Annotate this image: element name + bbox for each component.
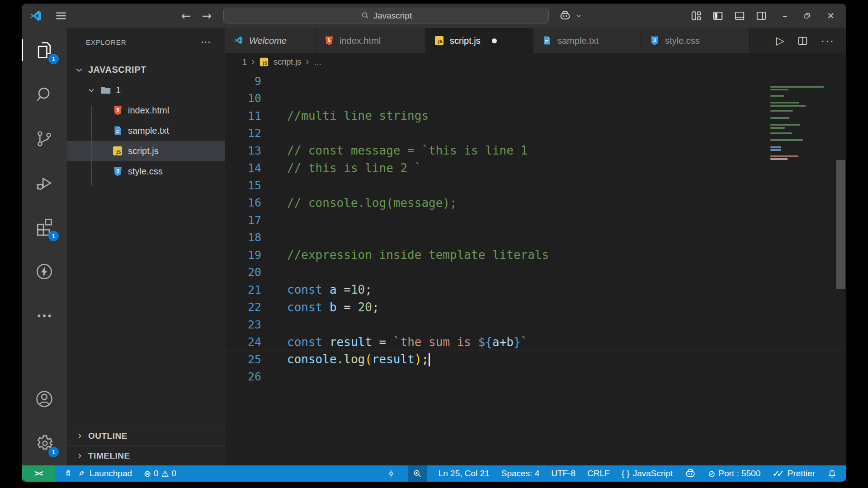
split-editor-icon[interactable]	[797, 35, 808, 47]
command-search-input[interactable]: Javascript	[223, 8, 549, 23]
breadcrumb[interactable]: 1 › JS script.js › …	[225, 53, 846, 70]
extensions-badge: 1	[48, 231, 59, 241]
line-number: 19	[225, 249, 261, 262]
copilot-status-item[interactable]	[684, 468, 696, 479]
code-line-23[interactable]: 23	[225, 316, 846, 333]
screencast-item[interactable]	[386, 469, 396, 479]
code-line-19[interactable]: 19//expression inside template literals	[225, 246, 846, 264]
launchpad-item[interactable]: Launchpad	[63, 469, 132, 479]
code-line-9[interactable]: 9	[225, 72, 846, 90]
warning-count: 0	[172, 469, 177, 479]
tab-script-js[interactable]: JS script.js	[426, 28, 533, 53]
code-line-25[interactable]: 25console.log(result);	[225, 351, 846, 368]
timeline-section[interactable]: TIMELINE	[67, 446, 225, 465]
line-number: 13	[225, 144, 261, 157]
outline-section[interactable]: OUTLINE	[67, 426, 225, 446]
toggle-sidebar-icon[interactable]	[712, 10, 724, 22]
css-file-icon: 3	[112, 166, 124, 178]
code-line-13[interactable]: 13// const message = `this is line 1	[225, 142, 846, 160]
formatter-item[interactable]: ✓✓ Prettier	[772, 468, 815, 479]
file-row-index-html[interactable]: 5 index.html	[67, 100, 225, 121]
search-view-icon[interactable]	[22, 72, 67, 117]
chevron-right-icon	[75, 432, 84, 441]
code-line-15[interactable]: 15	[225, 177, 846, 194]
notifications-item[interactable]	[827, 469, 837, 479]
line-number: 11	[225, 109, 261, 122]
code-line-12[interactable]: 12	[225, 125, 846, 142]
code-line-16[interactable]: 16// console.log(message);	[225, 194, 846, 212]
status-bar: >< Launchpad ⊗ 0 ⚠ 0 Ln 25, Col 21	[22, 465, 846, 482]
code-line-17[interactable]: 17	[225, 211, 846, 229]
tab-welcome[interactable]: Welcome	[225, 28, 316, 53]
code-line-20[interactable]: 20	[225, 264, 846, 282]
modified-dot-icon[interactable]	[492, 38, 497, 43]
double-check-icon: ✓✓	[772, 468, 784, 479]
editor-scrollbar[interactable]	[835, 70, 846, 465]
text-file-icon	[112, 125, 124, 137]
minimap[interactable]	[770, 86, 826, 161]
more-views-icon[interactable]	[22, 294, 67, 338]
chevron-right-icon	[75, 451, 84, 460]
forward-button[interactable]: →	[202, 9, 212, 23]
file-row-sample-txt[interactable]: sample.txt	[67, 121, 225, 141]
scrollbar-thumb[interactable]	[836, 160, 845, 289]
toggle-panel-icon[interactable]	[734, 10, 745, 22]
code-line-18[interactable]: 18	[225, 229, 846, 247]
code-line-22[interactable]: 22const b = 20;	[225, 299, 846, 316]
copilot-icon	[684, 468, 696, 479]
code-line-10[interactable]: 10	[225, 90, 846, 108]
line-number: 25	[225, 353, 261, 366]
tab-sample-txt[interactable]: sample.txt	[533, 28, 641, 53]
run-file-button[interactable]: ▷	[776, 34, 784, 47]
minimize-button[interactable]: –	[783, 10, 787, 21]
live-server-view-icon[interactable]	[22, 249, 67, 294]
restore-button[interactable]	[802, 11, 811, 20]
problems-item[interactable]: ⊗ 0 ⚠ 0	[144, 469, 176, 479]
customize-layout-icon[interactable]	[690, 10, 702, 22]
tab-index-html[interactable]: 5 index.html	[316, 28, 426, 53]
code-line-21[interactable]: 21const a =10;	[225, 281, 846, 299]
file-row-style-css[interactable]: 3 style.css	[67, 161, 225, 182]
extensions-view-icon[interactable]: 1	[22, 205, 67, 249]
explorer-actions-icon[interactable]: ⋯	[201, 36, 212, 48]
css-file-icon: 3	[649, 35, 660, 46]
folder-row[interactable]: 1	[67, 80, 225, 100]
editor-more-actions-icon[interactable]: ···	[821, 34, 835, 47]
back-button[interactable]: ←	[181, 9, 191, 23]
run-debug-view-icon[interactable]	[22, 161, 67, 205]
explorer-title: EXPLORER	[86, 38, 127, 46]
encoding-item[interactable]: UTF-8	[551, 469, 576, 479]
svg-text:3: 3	[653, 38, 656, 43]
line-number: 20	[225, 266, 261, 279]
source-control-view-icon[interactable]	[22, 117, 67, 161]
html-file-icon: 5	[324, 35, 335, 46]
settings-gear-icon[interactable]: 1	[22, 421, 67, 465]
chevron-down-icon	[87, 86, 96, 95]
explorer-view-icon[interactable]: 1	[22, 28, 67, 72]
chevron-down-icon	[74, 65, 84, 75]
code-editor[interactable]: 91011//multi line strings1213// const me…	[225, 70, 846, 465]
file-row-script-js[interactable]: JS script.js	[67, 141, 225, 161]
line-number: 16	[225, 196, 261, 209]
accounts-icon[interactable]	[22, 377, 67, 421]
code-line-14[interactable]: 14// this is line 2 `	[225, 160, 846, 177]
search-value: Javascript	[373, 11, 412, 21]
code-line-24[interactable]: 24const result = `the sum is ${a+b}`	[225, 333, 846, 351]
code-line-26[interactable]: 26	[225, 368, 846, 386]
toggle-secondary-sidebar-icon[interactable]	[755, 10, 767, 22]
close-button[interactable]: ✕	[827, 10, 835, 21]
breadcrumb-separator: ›	[251, 56, 255, 68]
code-line-11[interactable]: 11//multi line strings	[225, 107, 846, 125]
eol-item[interactable]: CRLF	[587, 469, 610, 479]
indentation-item[interactable]: Spaces: 4	[501, 469, 540, 479]
menu-hamburger-icon[interactable]	[54, 9, 68, 23]
cursor-position-item[interactable]: Ln 25, Col 21	[439, 469, 490, 479]
copilot-menu-button[interactable]	[559, 9, 582, 22]
workspace-section[interactable]: JAVASCRIPT	[67, 60, 225, 80]
tab-style-css[interactable]: 3 style.css	[641, 28, 750, 53]
remote-indicator[interactable]: ><	[22, 465, 55, 482]
language-mode-item[interactable]: { } JavaScript	[622, 469, 673, 479]
indent-guide	[91, 106, 92, 186]
zoom-indicator[interactable]	[408, 465, 427, 482]
live-server-port-item[interactable]: ⊘ Port : 5500	[708, 469, 760, 479]
